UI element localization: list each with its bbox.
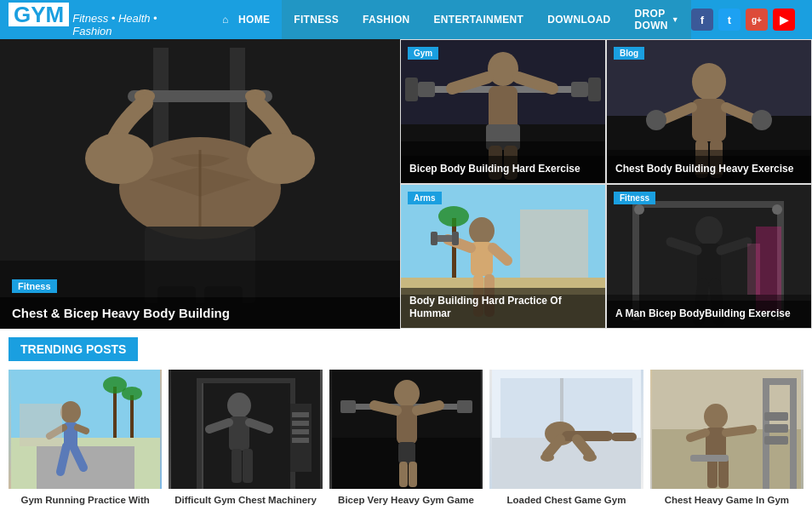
svg-point-46 xyxy=(438,206,469,227)
svg-point-47 xyxy=(469,217,495,244)
svg-rect-44 xyxy=(520,210,588,278)
trending-post-4[interactable]: Loaded Chest Game Gym + xyxy=(489,370,643,511)
social-icons: f t g+ ▶ xyxy=(691,9,803,31)
svg-rect-52 xyxy=(452,232,459,245)
svg-rect-32 xyxy=(692,99,726,141)
svg-rect-94 xyxy=(292,438,309,443)
svg-rect-111 xyxy=(398,442,415,463)
trending-title-3: Bicep Very Heavy Gym Game xyxy=(335,489,477,510)
svg-point-133 xyxy=(704,404,728,429)
nav-fitness[interactable]: FITNESS xyxy=(282,0,351,39)
trending-title-4: Loaded Chest Game Gym xyxy=(503,489,629,510)
svg-point-77 xyxy=(122,387,142,400)
grid-badge-3: Arms xyxy=(408,192,442,204)
svg-point-7 xyxy=(85,133,153,184)
trending-post-1[interactable]: Gym Running Practice With + xyxy=(9,370,162,511)
svg-rect-17 xyxy=(418,82,435,97)
grid-item-2[interactable]: Blog Chest Body Building Heavy Exercise xyxy=(606,39,812,184)
logo-gym-text: GYM xyxy=(9,3,69,27)
svg-line-110 xyxy=(417,405,439,411)
grid-title-3: Body Building Hard Practice Of Hummar xyxy=(401,288,605,328)
nav-entertainment-label: ENTERTAINMENT xyxy=(434,14,524,26)
nav-home[interactable]: ⌂ HOME xyxy=(210,0,282,39)
grid-badge-2: Blog xyxy=(614,47,644,60)
trending-header: TRENDING POSTS xyxy=(9,337,138,361)
svg-point-8 xyxy=(247,133,315,184)
svg-rect-70 xyxy=(747,244,760,295)
svg-point-31 xyxy=(692,63,726,100)
svg-rect-139 xyxy=(690,455,729,462)
trending-post-2[interactable]: Difficult Gym Chest Machinery + xyxy=(169,370,322,511)
svg-rect-74 xyxy=(113,387,117,438)
nav-home-label: HOME xyxy=(238,14,270,26)
svg-rect-20 xyxy=(588,78,601,101)
svg-rect-19 xyxy=(405,78,418,101)
facebook-icon[interactable]: f xyxy=(691,9,713,31)
trending-title-1: Gym Running Practice With xyxy=(18,489,153,510)
nav-dropdown[interactable]: DROP DOWN ▼ xyxy=(623,0,691,39)
svg-line-136 xyxy=(690,433,706,438)
nav-download[interactable]: DOWNLOAD xyxy=(535,0,622,39)
grid-item-1[interactable]: Gym Bicep Body Building Hard Exercise xyxy=(400,39,606,184)
svg-rect-91 xyxy=(292,412,309,417)
svg-point-35 xyxy=(646,110,666,130)
youtube-icon[interactable]: ▶ xyxy=(773,9,795,31)
main-grid: Fitness Chest & Bicep Heavy Body Buildin… xyxy=(0,39,812,329)
grid-title-2: Chest Body Building Heavy Exercise xyxy=(607,156,811,183)
nav-download-label: DOWNLOAD xyxy=(547,14,610,26)
google-plus-icon[interactable]: g+ xyxy=(746,9,768,31)
logo-tagline: Fitness • Health • Fashion xyxy=(72,12,193,37)
article-grid: Gym Bicep Body Building Hard Exercise xyxy=(400,39,812,329)
grid-badge-4: Fitness xyxy=(614,192,655,204)
svg-rect-105 xyxy=(340,400,356,413)
navigation: ⌂ HOME FITNESS FASHION ENTERTAINMENT DOW… xyxy=(210,0,691,39)
featured-badge: Fitness xyxy=(12,279,57,293)
nav-entertainment[interactable]: ENTERTAINMENT xyxy=(422,0,536,39)
featured-image xyxy=(0,39,400,329)
svg-rect-45 xyxy=(452,218,456,278)
featured-article[interactable]: Fitness Chest & Bicep Heavy Body Buildin… xyxy=(0,39,400,329)
grid-item-3[interactable]: Arms Body Building Hard Practice Of Humm… xyxy=(400,184,606,329)
svg-line-109 xyxy=(375,405,397,411)
nav-dropdown-label: DROP DOWN xyxy=(635,8,668,32)
svg-rect-137 xyxy=(707,458,718,488)
trending-title-2: Difficult Gym Chest Machinery xyxy=(171,489,320,510)
home-icon: ⌂ xyxy=(222,14,229,26)
svg-rect-93 xyxy=(292,429,309,434)
svg-rect-132 xyxy=(764,436,788,445)
svg-rect-129 xyxy=(790,378,797,489)
featured-title: Chest & Bicep Heavy Body Building xyxy=(0,297,400,329)
svg-rect-89 xyxy=(197,378,295,383)
trending-post-5[interactable]: Chest Heavy Game In Gym + xyxy=(650,370,803,511)
svg-point-36 xyxy=(752,110,772,130)
grid-badge-1: Gym xyxy=(408,47,438,60)
trending-image-2 xyxy=(169,370,322,489)
svg-rect-113 xyxy=(409,462,417,487)
grid-title-1: Bicep Body Building Hard Exercise xyxy=(401,156,605,183)
trending-image-3 xyxy=(329,370,483,489)
trending-image-5 xyxy=(650,370,803,489)
svg-rect-76 xyxy=(130,395,134,438)
svg-rect-127 xyxy=(763,378,769,489)
svg-point-63 xyxy=(695,216,723,245)
svg-rect-115 xyxy=(492,438,641,489)
nav-fitness-label: FITNESS xyxy=(294,14,339,26)
svg-point-107 xyxy=(394,380,420,407)
svg-rect-100 xyxy=(243,449,253,483)
nav-fashion-label: FASHION xyxy=(363,14,409,26)
svg-line-82 xyxy=(77,428,86,431)
trending-post-3[interactable]: Bicep Very Heavy Gym Game + xyxy=(329,370,483,511)
svg-point-123 xyxy=(540,453,554,462)
svg-rect-130 xyxy=(764,412,788,421)
nav-fashion[interactable]: FASHION xyxy=(351,0,421,39)
twitter-icon[interactable]: t xyxy=(718,9,741,31)
trending-image-1 xyxy=(9,370,162,489)
chevron-down-icon: ▼ xyxy=(672,15,679,24)
header: GYM Fitness • Health • Fashion ⌂ HOME FI… xyxy=(0,0,812,39)
svg-rect-138 xyxy=(718,458,729,488)
grid-item-4[interactable]: Fitness A Man Bicep BodyBuilding Exercis… xyxy=(606,184,812,329)
trending-section: TRENDING POSTS xyxy=(0,329,812,511)
svg-rect-106 xyxy=(457,400,472,413)
trending-posts-list: Gym Running Practice With + xyxy=(9,370,803,511)
svg-point-95 xyxy=(227,393,251,418)
